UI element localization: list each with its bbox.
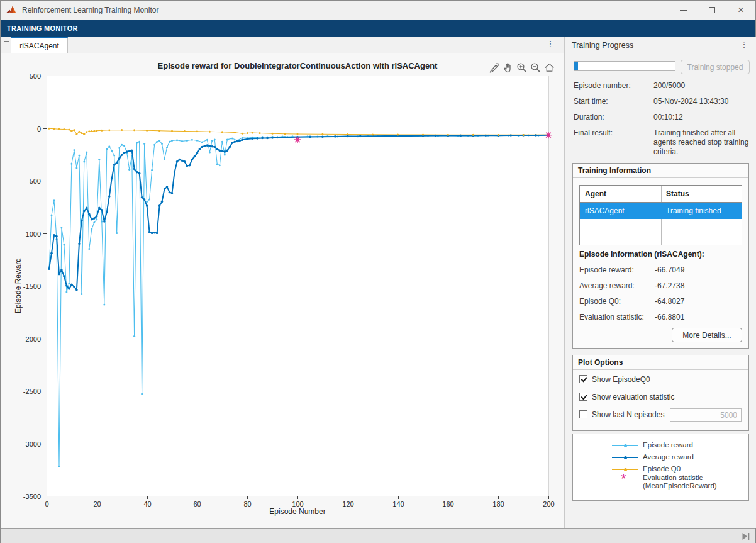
final-result-label: Final result: (574, 128, 613, 137)
episode-q0-marker (422, 134, 424, 136)
episode-reward-marker (98, 159, 100, 160)
episode-q0-marker (73, 129, 75, 131)
last-n-episodes-input[interactable] (670, 408, 742, 422)
minimize-icon (680, 10, 687, 11)
y-tick-label: -1000 (23, 230, 41, 238)
evaluation-statistic-meanepisodereward-marker (545, 132, 552, 138)
episode-reward-marker (226, 138, 228, 140)
average-reward-marker (148, 231, 151, 233)
average-reward-marker (384, 135, 387, 137)
checkbox-show-last-n-episodes[interactable] (579, 410, 587, 418)
episode-q0-marker (53, 128, 55, 130)
y-tick-label: -1500 (23, 283, 41, 290)
average-reward-marker (48, 268, 50, 271)
episode-q0-marker (158, 130, 160, 132)
average-reward-marker (276, 137, 279, 139)
episode-reward-marker (123, 145, 125, 147)
average-reward-marker (176, 160, 179, 163)
episode-number-value: 200/5000 (653, 81, 685, 90)
start-time-label: Start time: (574, 97, 608, 106)
panel-drag-handle-icon[interactable] (4, 41, 9, 45)
window-title: Reinforcement Learning Training Monitor (22, 6, 158, 14)
average-reward-marker (58, 273, 60, 276)
average-reward-marker (86, 207, 88, 210)
episode-reward-marker (231, 137, 233, 139)
bottom-strip (1, 528, 755, 543)
show-evaluation-statistic-label[interactable]: Show evaluation statistic (592, 393, 674, 401)
episode-reward-marker (116, 232, 118, 234)
zoom-out-icon[interactable] (529, 61, 542, 74)
episode-q0-marker (91, 130, 92, 132)
episode-reward-marker (219, 164, 221, 166)
episode-q0-marker (58, 128, 60, 130)
average-reward-marker (219, 150, 221, 152)
agent-cell: rlSACAgent (585, 206, 625, 215)
episode-reward-marker (161, 143, 163, 145)
restore-view-icon[interactable] (543, 61, 555, 74)
episode-reward-marker (181, 140, 183, 142)
episode-q0-marker (196, 130, 198, 132)
show-last-n-episodes-label[interactable]: Show last N episodes (592, 410, 664, 419)
chart-legend: Episode reward Average reward Episode Q0… (572, 434, 749, 501)
average-reward-marker (91, 218, 93, 221)
average-reward-marker (156, 232, 158, 235)
episode-q0-marker (75, 133, 77, 135)
episode-reward-marker (224, 154, 226, 156)
maximize-button[interactable] (698, 1, 726, 20)
episode-q0-marker (397, 134, 399, 136)
duration-label: Duration: (574, 113, 604, 121)
average-reward-marker (116, 162, 118, 164)
average-reward-marker (93, 217, 96, 220)
legend-entry-episode-reward: Episode reward (573, 440, 748, 451)
average-reward-marker (224, 150, 226, 153)
average-reward-marker (73, 286, 75, 288)
show-episodeq0-label[interactable]: Show EpisodeQ0 (592, 375, 650, 384)
episode-q0-marker (498, 134, 499, 136)
average-reward-marker (211, 145, 214, 148)
checkbox-show-episodeq0[interactable] (579, 375, 587, 383)
reward-chart[interactable]: 0204060801001201401601802005000-500-1000… (1, 53, 564, 528)
y-tick-label: 0 (37, 125, 41, 133)
tab-rlsacagent[interactable]: rlSACAgent (11, 37, 68, 53)
status-cell: Training finished (666, 206, 721, 215)
minimize-button[interactable] (669, 1, 698, 20)
average-reward-marker (231, 142, 234, 144)
episode-reward-marker (166, 147, 168, 148)
y-tick-label: -500 (27, 177, 41, 185)
average-reward-marker (359, 135, 362, 138)
y-tick-label: 500 (30, 72, 41, 80)
y-axis-label: Episode Reward (14, 255, 23, 316)
expand-panel-icon[interactable] (742, 532, 750, 541)
checkbox-show-evaluation-statistic[interactable] (579, 393, 587, 401)
episode-reward-marker (88, 248, 90, 250)
training-stopped-button[interactable]: Training stopped (681, 60, 750, 74)
episode-q0-value: -64.8027 (655, 297, 684, 306)
titlebar[interactable]: Reinforcement Learning Training Monitor … (1, 1, 755, 20)
episode-q0-marker (209, 131, 211, 133)
training-information-group: Training Information Agent Status rlSACA… (572, 163, 749, 349)
average-reward-marker (234, 140, 236, 143)
panel-options-menu-icon[interactable]: ⋮ (740, 40, 748, 50)
episode-reward-marker (191, 139, 193, 141)
episode-q0-marker (63, 128, 65, 130)
export-brush-icon[interactable] (487, 61, 500, 74)
tab-label: rlSACAgent (19, 42, 59, 50)
episode-reward-marker (93, 221, 95, 223)
pan-icon[interactable] (501, 61, 514, 74)
more-details-button[interactable]: More Details... (672, 328, 742, 342)
episode-reward-marker (86, 151, 87, 153)
episode-reward-marker (216, 164, 218, 165)
average-reward-marker (143, 198, 146, 201)
episode-q0-marker (447, 134, 449, 136)
episode-reward-marker (133, 335, 135, 337)
zoom-in-icon[interactable] (515, 61, 528, 74)
episode-reward-marker (151, 169, 153, 171)
episode-q0-marker (70, 130, 72, 132)
agent-table-row[interactable]: rlSACAgent Training finished (580, 203, 742, 219)
tab-options-menu-icon[interactable]: ⋮ (545, 40, 555, 51)
episode-reward-marker (138, 141, 140, 143)
training-information-title: Training Information (578, 166, 651, 175)
average-reward-marker (81, 220, 83, 222)
close-button[interactable]: × (726, 1, 755, 20)
average-reward-marker (136, 171, 138, 174)
